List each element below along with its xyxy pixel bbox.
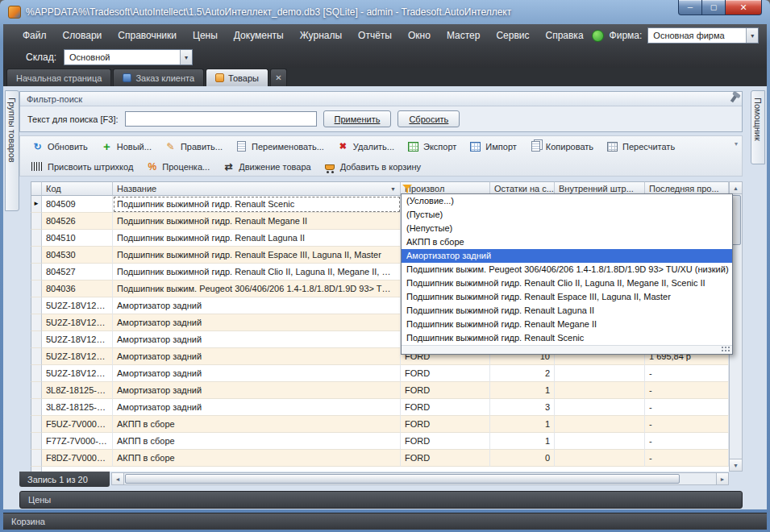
menu-master[interactable]: Мастер bbox=[439, 24, 489, 47]
cell-code: 804509 bbox=[42, 196, 113, 213]
close-icon: ✕ bbox=[275, 73, 281, 82]
table-row[interactable]: ► F5UZ-7V000-DRM АКПП в сборе FORD 1 - bbox=[31, 416, 729, 433]
filter-dropdown-item[interactable]: Подшипник выжимной гидр. Renault Espace … bbox=[402, 290, 732, 304]
filter-dropdown-item[interactable]: (Пустые) bbox=[402, 208, 732, 222]
recalculate-button[interactable]: Пересчитать bbox=[600, 138, 681, 156]
column-header-code[interactable]: Код bbox=[42, 181, 113, 196]
filter-funnel-icon[interactable] bbox=[402, 184, 413, 194]
refresh-icon: ↻ bbox=[31, 141, 44, 152]
copy-button[interactable]: Копировать bbox=[523, 138, 600, 156]
app-window: %APPDATA%\Tradesoft\AutoIntellect\1.5\Au… bbox=[0, 0, 770, 532]
scroll-up-button[interactable]: ▲ bbox=[730, 182, 742, 194]
filter-dropdown-item[interactable]: Подшипник выжим. Peugeot 306/406/206 1.4… bbox=[402, 263, 732, 276]
menu-documents[interactable]: Документы bbox=[226, 24, 292, 47]
cell-last-price: - bbox=[645, 450, 729, 467]
header-indicator bbox=[31, 181, 42, 196]
row-indicator: ► bbox=[31, 433, 42, 450]
filter-dropdown-icon[interactable]: ▼ bbox=[390, 186, 396, 192]
horizontal-scroll-thumb[interactable] bbox=[125, 474, 680, 484]
table-row[interactable]: ► 3L8Z-18125-BB Амортизатор задний FORD … bbox=[31, 382, 729, 399]
row-indicator: ► bbox=[31, 365, 42, 382]
sidebar-tab-product-groups[interactable]: Группы товаров bbox=[5, 90, 19, 211]
refresh-button[interactable]: ↻Обновить bbox=[25, 138, 94, 156]
movement-icon: ⇄ bbox=[223, 161, 235, 172]
cell-name: Подшипник выжимной гидр. Renault Laguna … bbox=[113, 230, 401, 247]
cell-code: 804510 bbox=[42, 230, 113, 247]
filter-dropdown-item[interactable]: Подшипник выжимной гидр. Renault Laguna … bbox=[402, 304, 732, 318]
menu-journals[interactable]: Журналы bbox=[292, 24, 350, 47]
firm-select[interactable]: Основная фирма ▾ bbox=[647, 27, 759, 44]
search-input[interactable] bbox=[125, 111, 317, 127]
row-indicator: ► bbox=[31, 297, 42, 314]
dropdown-resize-grip[interactable] bbox=[402, 345, 732, 354]
export-button[interactable]: Экспорт bbox=[401, 138, 463, 156]
warehouse-select[interactable]: Основной ▾ bbox=[64, 49, 193, 65]
menu-dictionaries[interactable]: Словари bbox=[55, 24, 110, 47]
rename-button[interactable]: Переименовать... bbox=[229, 138, 331, 156]
menu-help[interactable]: Справка bbox=[537, 24, 591, 47]
goods-movement-button[interactable]: ⇄Движение товара bbox=[216, 158, 317, 176]
title-bar[interactable]: %APPDATA%\Tradesoft\AutoIntellect\1.5\Au… bbox=[0, 0, 770, 24]
filter-dropdown-item[interactable]: (Непустые) bbox=[402, 222, 732, 235]
button-label: Пересчитать bbox=[622, 142, 675, 152]
menu-references[interactable]: Справочники bbox=[110, 24, 185, 47]
filter-dropdown-item[interactable]: Подшипник выжимной гидр. Renault Clio II… bbox=[402, 276, 732, 290]
filter-dropdown-item[interactable]: Амортизатор задний bbox=[402, 249, 732, 263]
menu-file[interactable]: Файл bbox=[15, 24, 55, 47]
tab-customer-order[interactable]: Заказ клиента bbox=[113, 69, 204, 86]
apply-button[interactable]: Применить bbox=[323, 110, 392, 127]
scroll-down-button[interactable]: ▼ bbox=[730, 459, 742, 471]
prices-panel-header[interactable]: Цены bbox=[19, 491, 743, 509]
table-row[interactable]: ► 5U2Z-18V125-Y Амортизатор задний FORD … bbox=[31, 365, 729, 382]
cell-code: 804527 bbox=[42, 264, 113, 281]
table-row[interactable]: ► F77Z-7V000-AARM АКПП в сборе FORD 1 - bbox=[31, 433, 729, 450]
menu-service[interactable]: Сервис bbox=[488, 24, 537, 47]
tab-label: Товары bbox=[228, 73, 259, 83]
close-button[interactable]: ✕ bbox=[725, 0, 762, 15]
column-header-name[interactable]: Название ▼ bbox=[113, 181, 401, 196]
cell-name: Амортизатор задний bbox=[113, 348, 401, 365]
filter-dropdown-item[interactable]: Подшипник выжимной гидр. Renault Scenic bbox=[402, 331, 732, 345]
menu-reports[interactable]: Отчёты bbox=[350, 24, 400, 47]
maximize-button[interactable]: ▢ bbox=[702, 0, 725, 15]
new-button[interactable]: +Новый... bbox=[94, 138, 158, 156]
filter-dropdown-item[interactable]: АКПП в сборе bbox=[402, 235, 732, 249]
cell-code: 5U2Z-18V125-Y bbox=[42, 365, 113, 382]
filter-dropdown-item[interactable]: (Условие...) bbox=[402, 194, 732, 208]
scroll-right-button[interactable]: ► bbox=[716, 473, 728, 484]
menu-prices[interactable]: Цены bbox=[185, 24, 226, 47]
menu-window[interactable]: Окно bbox=[400, 24, 439, 47]
plus-icon: + bbox=[101, 141, 113, 152]
tab-start-page[interactable]: Начальная страница bbox=[6, 69, 111, 86]
horizontal-scrollbar[interactable]: ◄ ► bbox=[111, 472, 729, 485]
cell-name: Амортизатор задний bbox=[113, 399, 401, 416]
row-indicator: ► bbox=[31, 213, 42, 230]
add-to-cart-button[interactable]: Добавить в корзину bbox=[318, 158, 427, 176]
import-button[interactable]: Импорт bbox=[463, 138, 522, 156]
filter-search-header: Фильтр-поиск bbox=[20, 92, 742, 106]
tab-label: Заказ клиента bbox=[135, 73, 194, 83]
row-indicator: ► bbox=[31, 399, 42, 416]
toolbar-overflow-chevron[interactable]: ▾ bbox=[735, 140, 738, 148]
filter-dropdown-item[interactable]: Подшипник выжимной гидр. Renault Megane … bbox=[402, 318, 732, 331]
cart-panel-header[interactable]: Корзина bbox=[3, 513, 767, 530]
row-indicator: ► bbox=[31, 281, 42, 297]
table-row[interactable]: ► F8DZ-7V000-CARM АКПП в сборе FORD 0 - bbox=[31, 450, 729, 467]
minimize-button[interactable]: ─ bbox=[678, 0, 702, 15]
edit-button[interactable]: ✎Править... bbox=[158, 138, 229, 156]
sidebar-tab-assistant[interactable]: Помощник bbox=[751, 90, 765, 164]
pricing-button[interactable]: %Проценка... bbox=[139, 158, 216, 176]
assign-barcode-button[interactable]: Присвоить штрихкод bbox=[25, 158, 139, 176]
button-label: Проценка... bbox=[162, 162, 210, 172]
row-indicator: ► bbox=[31, 230, 42, 247]
table-row[interactable]: ► 3L8Z-18125-CB Амортизатор задний FORD … bbox=[31, 399, 729, 416]
delete-button[interactable]: ✖Удалить... bbox=[331, 138, 401, 156]
scroll-left-button[interactable]: ◄ bbox=[112, 473, 124, 484]
reset-button[interactable]: Сбросить bbox=[397, 110, 460, 127]
cell-name: Амортизатор задний bbox=[113, 331, 401, 348]
app-icon bbox=[8, 6, 21, 19]
pin-icon[interactable] bbox=[730, 95, 737, 103]
tab-goods[interactable]: Товары bbox=[206, 69, 268, 86]
cell-internal-barcode bbox=[555, 416, 645, 433]
tab-close-button[interactable]: ✕ bbox=[270, 69, 287, 86]
